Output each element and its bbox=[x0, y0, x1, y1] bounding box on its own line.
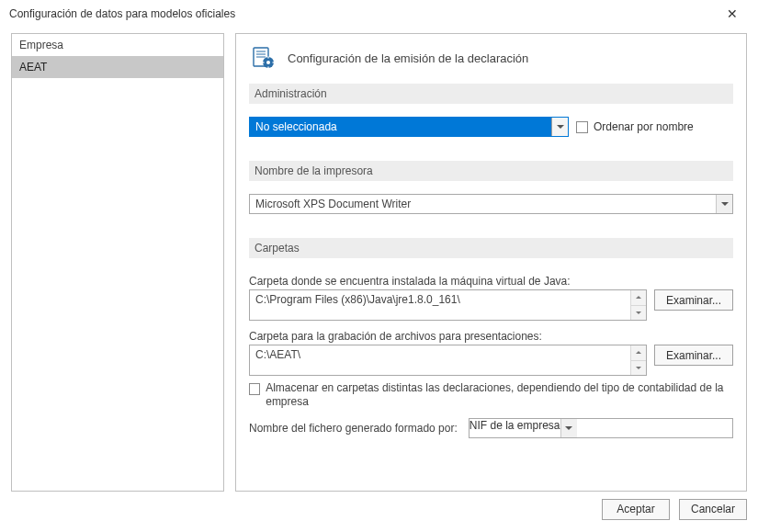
java-folder-value: C:\Program Files (x86)\Java\jre1.8.0_161… bbox=[250, 290, 630, 320]
sidebar-item-label: Empresa bbox=[19, 39, 63, 51]
split-folders-checkbox[interactable] bbox=[249, 383, 260, 395]
filename-select-value: NIF de la empresa bbox=[470, 419, 560, 437]
printer-select-value: Microsoft XPS Document Writer bbox=[250, 195, 716, 213]
filename-select[interactable]: NIF de la empresa bbox=[469, 418, 733, 438]
split-folders-label: Almacenar en carpetas distintas las decl… bbox=[266, 381, 733, 409]
cancel-button[interactable]: Cancelar bbox=[679, 499, 747, 520]
scroll-up-icon[interactable] bbox=[631, 345, 646, 360]
chevron-down-icon[interactable] bbox=[560, 419, 577, 437]
chevron-down-icon[interactable] bbox=[716, 195, 732, 213]
scroll-up-icon[interactable] bbox=[631, 290, 646, 305]
dialog-footer: Aceptar Cancelar bbox=[0, 492, 758, 526]
titlebar: Configuración de datos para modelos ofic… bbox=[0, 0, 758, 28]
window-title: Configuración de datos para modelos ofic… bbox=[9, 7, 714, 20]
record-folder-input[interactable]: C:\AEAT\ bbox=[249, 345, 647, 376]
browse-record-button[interactable]: Examinar... bbox=[654, 345, 733, 366]
browse-java-button[interactable]: Examinar... bbox=[654, 289, 733, 311]
record-folder-value: C:\AEAT\ bbox=[250, 345, 630, 375]
sidebar: Empresa AEAT bbox=[11, 33, 224, 492]
sort-by-name-checkbox[interactable] bbox=[576, 121, 588, 133]
panel-title: Configuración de la emisión de la declar… bbox=[288, 51, 528, 65]
ok-button[interactable]: Aceptar bbox=[602, 499, 670, 520]
scroll-down-icon[interactable] bbox=[631, 305, 646, 321]
filename-label: Nombre del fichero generado formado por: bbox=[249, 422, 458, 435]
panel-icon bbox=[249, 43, 278, 73]
admin-select[interactable]: No seleccionada bbox=[249, 117, 569, 137]
close-icon[interactable]: ✕ bbox=[714, 1, 751, 27]
sidebar-item-label: AEAT bbox=[19, 61, 47, 74]
sort-by-name-label: Ordenar por nombre bbox=[594, 120, 694, 133]
java-folder-label: Carpeta donde se encuentra instalada la … bbox=[249, 275, 733, 288]
chevron-down-icon[interactable] bbox=[551, 118, 568, 136]
record-folder-label: Carpeta para la grabación de archivos pa… bbox=[249, 330, 733, 343]
section-admin-label: Administración bbox=[249, 84, 733, 104]
section-printer-label: Nombre de la impresora bbox=[249, 161, 733, 181]
admin-select-value: No seleccionada bbox=[250, 118, 551, 136]
main-panel: Configuración de la emisión de la declar… bbox=[235, 33, 747, 492]
svg-point-5 bbox=[266, 61, 270, 64]
sidebar-item-empresa[interactable]: Empresa bbox=[12, 34, 223, 56]
sidebar-item-aeat[interactable]: AEAT bbox=[12, 56, 223, 78]
printer-select[interactable]: Microsoft XPS Document Writer bbox=[249, 194, 733, 214]
scroll-down-icon[interactable] bbox=[631, 360, 646, 376]
section-folders-label: Carpetas bbox=[249, 238, 733, 258]
java-folder-input[interactable]: C:\Program Files (x86)\Java\jre1.8.0_161… bbox=[249, 289, 647, 321]
